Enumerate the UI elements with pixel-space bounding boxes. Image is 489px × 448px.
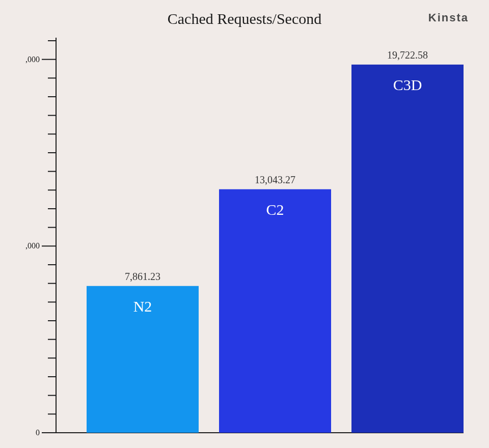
svg-text:10,000: 10,000	[25, 241, 40, 250]
value-label-N2: 7,861.23	[125, 271, 160, 282]
svg-text:20,000: 20,000	[25, 55, 40, 64]
bar-label-C2: C2	[266, 201, 284, 218]
bar-chart: 010,00020,000 7,861.23N213,043.27C219,72…	[25, 36, 469, 438]
bar-label-N2: N2	[133, 298, 152, 315]
chart-container: Cached Requests/Second Kinsta 010,00020,…	[0, 0, 489, 448]
brand-logo: Kinsta	[428, 11, 469, 24]
bar-C2	[219, 189, 331, 433]
bar-label-C3D: C3D	[393, 76, 422, 93]
value-label-C3D: 19,722.58	[387, 49, 428, 61]
svg-text:0: 0	[36, 428, 40, 437]
value-label-C2: 13,043.27	[255, 174, 295, 185]
chart-title: Cached Requests/Second	[0, 10, 489, 27]
bar-C3D	[351, 65, 464, 433]
